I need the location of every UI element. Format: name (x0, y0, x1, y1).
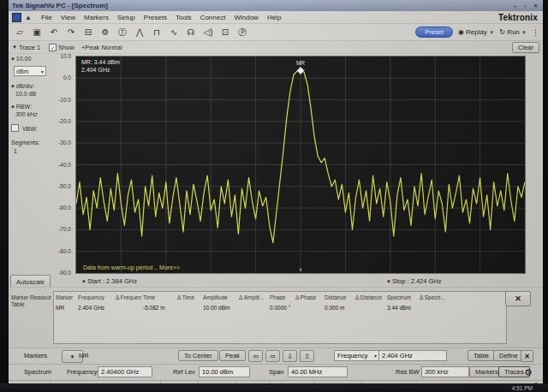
marker-p-icon[interactable]: Ⓟ (235, 25, 250, 39)
unit-dropdown-icon[interactable]: ▾ (41, 68, 44, 74)
undo-icon[interactable]: ↶ (46, 25, 62, 39)
table-header-cell: Spectrum (385, 294, 418, 300)
pulse-icon[interactable]: ⊓ (149, 25, 164, 39)
audio-demod-icon[interactable]: ☊ (183, 25, 199, 39)
define-button[interactable]: Define (493, 350, 524, 361)
menu-help[interactable]: Help (263, 13, 285, 22)
run-dropdown-icon[interactable]: ▼ (521, 30, 527, 35)
y-axis-tick: -20.0 (58, 118, 71, 124)
table-header-cell: Δ Distance (354, 294, 385, 300)
ref-level-value[interactable]: 10.00 (16, 56, 32, 62)
peak-right-button[interactable]: ⇨ (265, 350, 280, 362)
selected-marker: MR (79, 352, 89, 359)
menu-setup[interactable]: Setup (113, 13, 140, 22)
spectrum-plot[interactable]: MR∨ MR: 3.44 dBm 2.404 GHz Data from war… (75, 56, 526, 274)
spectrum-plot-svg: MR∨ (76, 56, 525, 273)
run-label: Run (507, 28, 520, 36)
y-axis-tick: -50.0 (58, 183, 71, 189)
peak-left-button[interactable]: ⇦ (248, 350, 263, 362)
table-cell: -5.082 m (141, 305, 176, 311)
replay-button[interactable]: ◉ Replay ▼ (458, 28, 494, 36)
segments-label: Segments: (11, 140, 39, 146)
warmup-warning-link[interactable]: Data from warm-up period .. More>> (83, 264, 180, 270)
stop-frequency[interactable]: ◆ Stop : 2.424 GHz (387, 277, 442, 285)
menu-file[interactable]: File (37, 13, 57, 22)
trace-bar: ▼ Trace 1 ✓ Show +Peak Normal Clear (9, 41, 543, 54)
table-button[interactable]: Table (468, 350, 495, 361)
more-options-icon[interactable]: ⋮ (532, 28, 539, 37)
toolbar-right-cluster: Preset ◉ Replay ▼ ↻ Run ▼ ⋮ (415, 27, 539, 38)
start-frequency[interactable]: ◆ Start : 2.384 GHz (82, 277, 137, 285)
marker-table-close-button[interactable]: ✕ (505, 291, 531, 306)
close-icon[interactable]: × (532, 3, 539, 9)
menu-presets[interactable]: Presets (140, 13, 171, 22)
menu-window[interactable]: Window (229, 13, 262, 22)
menu-markers[interactable]: Markers (80, 13, 113, 22)
diamond-bullet-icon: ◆ (11, 104, 15, 109)
preset-button[interactable]: Preset (415, 27, 453, 38)
table-header-cell: Δ Amplit... (237, 294, 268, 300)
y-axis-tick: 10.0 (60, 53, 71, 59)
marker-field-selector[interactable]: Frequency ▾ (334, 350, 380, 361)
table-cell: 2.404 GHz (76, 305, 114, 311)
redo-icon[interactable]: ↷ (63, 25, 79, 39)
ref-level-input[interactable]: 10.00 dBm (199, 366, 250, 377)
window-controls: – ▫ × (511, 3, 539, 9)
speaker-icon[interactable]: ◁) (200, 25, 216, 39)
run-button[interactable]: ↻ Run ▼ (499, 28, 527, 36)
segments-value[interactable]: 1 (14, 148, 17, 154)
frequency-label: Frequency (67, 368, 97, 376)
rbw-value[interactable]: 300 kHz (15, 111, 38, 117)
camera-icon[interactable]: ⊡ (217, 25, 233, 39)
marker-frequency-input[interactable]: 2.404 GHz (378, 350, 447, 361)
peak-higher-button[interactable]: ⇧ (300, 350, 314, 362)
waveform-icon[interactable]: ∿ (166, 25, 182, 39)
peak-lower-button[interactable]: ⇩ (283, 350, 297, 362)
settings-gear-icon[interactable]: ⚙ (524, 367, 533, 378)
trace-selector-arrow-icon[interactable]: ▼ (12, 45, 17, 50)
print-icon[interactable]: ⊟ (80, 25, 96, 39)
y-axis-tick: -30.0 (58, 140, 71, 146)
to-center-button[interactable]: To Center (178, 350, 218, 361)
spectrum-bar-label: Spectrum (24, 368, 51, 376)
toolbar-icons: ▱▣↶↷⊟⚙Ⓣ⋀⊓∿☊◁)⊡Ⓟ (12, 25, 250, 39)
ref-lev-label: Ref Lev (173, 368, 195, 376)
vbw-checkbox[interactable] (11, 124, 19, 132)
menu-view[interactable]: View (57, 13, 80, 22)
trigger-icon[interactable]: Ⓣ (115, 25, 130, 39)
center-frequency-input[interactable]: 2.40400 GHz (98, 366, 152, 377)
vbw-row: VBW: (11, 124, 38, 132)
freq-range-row: Autoscale ◆ Start : 2.384 GHz ◆ Stop : 2… (9, 275, 543, 287)
show-checkbox[interactable]: ✓ (49, 44, 57, 51)
minimize-icon[interactable]: – (511, 3, 519, 9)
spectrum-display-icon[interactable]: ⋀ (132, 25, 147, 39)
markers-bar-close-button[interactable]: ✕ (521, 350, 533, 362)
os-taskbar[interactable]: 4:51 PM (0, 383, 548, 392)
ref-level-row[interactable]: ◆ 10.00 (11, 56, 31, 62)
db-div-value[interactable]: 10.0 dB (15, 91, 36, 97)
alert-triangle-icon: ▲ (25, 14, 32, 21)
marker-readout-line1: MR: 3.44 dBm (81, 59, 120, 67)
trace-selector[interactable]: Trace 1 (19, 44, 40, 51)
menu-connect[interactable]: Connect (196, 13, 230, 22)
save-icon[interactable]: ▣ (29, 25, 45, 39)
table-header-cell: Δ Time (176, 294, 201, 300)
diamond-bullet-icon: ◆ (11, 56, 15, 61)
peak-button[interactable]: Peak (219, 350, 246, 361)
clear-button[interactable]: Clear (512, 42, 539, 53)
unit-selector[interactable]: dBm ▾ (14, 66, 46, 76)
res-bw-input[interactable]: 300 kHz (421, 366, 469, 377)
app-icon (12, 13, 21, 22)
settings-gear-icon[interactable]: ⚙ (98, 25, 113, 39)
detector-label[interactable]: +Peak Normal (81, 44, 122, 51)
menu-tools[interactable]: Tools (171, 13, 196, 22)
restore-icon[interactable]: ▫ (521, 3, 529, 9)
replay-dropdown-icon[interactable]: ▼ (489, 30, 494, 35)
open-icon[interactable]: ▱ (12, 25, 27, 39)
span-input[interactable]: 40.00 MHz (288, 366, 348, 377)
diamond-bullet-icon: ◆ (11, 83, 15, 88)
title-bar[interactable]: Tek SignalVu PC - [Spectrum] – ▫ × (9, 0, 543, 11)
run-icon: ↻ (499, 28, 505, 36)
marker-mr-flag[interactable]: MR (296, 60, 305, 66)
field-dropdown-icon[interactable]: ▾ (374, 353, 377, 359)
